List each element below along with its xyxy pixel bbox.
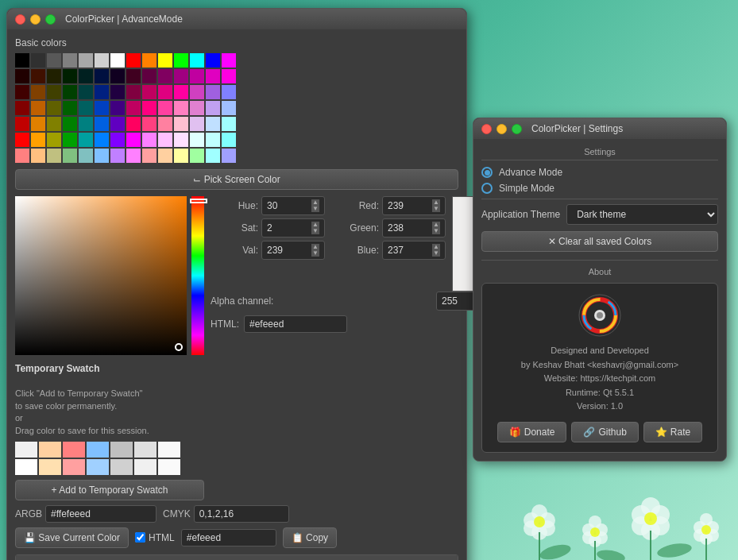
hue-spinbox[interactable]: 30 ▲ ▼ [261, 196, 325, 215]
color-swatch[interactable] [158, 101, 172, 115]
color-swatch[interactable] [190, 53, 204, 68]
color-swatch[interactable] [174, 69, 188, 83]
color-swatch[interactable] [63, 149, 77, 163]
color-swatch[interactable] [31, 133, 45, 147]
color-swatch[interactable] [190, 117, 204, 131]
red-spinbox[interactable]: 239 ▲ ▼ [382, 196, 446, 215]
color-swatch[interactable] [142, 101, 156, 115]
color-swatch[interactable] [126, 149, 141, 163]
blue-down-arrow[interactable]: ▼ [432, 250, 440, 257]
temp-swatch-cell[interactable] [158, 442, 180, 458]
blue-spinbox[interactable]: 237 ▲ ▼ [382, 241, 446, 260]
color-swatch[interactable] [79, 133, 93, 147]
hue-strip[interactable] [191, 196, 204, 355]
color-swatch[interactable] [15, 149, 29, 163]
temp-swatch-cell[interactable] [134, 442, 156, 458]
val-down-arrow[interactable]: ▼ [311, 250, 319, 257]
color-swatch[interactable] [174, 85, 188, 99]
color-swatch[interactable] [158, 149, 172, 163]
color-swatch[interactable] [126, 85, 141, 99]
color-swatch[interactable] [31, 149, 45, 163]
color-swatch[interactable] [15, 117, 29, 131]
color-swatch[interactable] [222, 69, 236, 83]
color-swatch[interactable] [174, 53, 188, 68]
save-current-color-button[interactable]: 💾 Save Current Color [15, 527, 129, 548]
minimize-button[interactable] [30, 14, 41, 25]
color-swatch[interactable] [142, 133, 156, 147]
color-swatch[interactable] [95, 85, 109, 99]
color-swatch[interactable] [190, 85, 204, 99]
color-swatch[interactable] [63, 53, 77, 68]
color-swatch[interactable] [126, 53, 141, 68]
green-spinbox[interactable]: 238 ▲ ▼ [382, 218, 446, 238]
color-swatch[interactable] [174, 133, 188, 147]
color-swatch[interactable] [110, 69, 125, 83]
color-swatch[interactable] [79, 149, 93, 163]
color-swatch[interactable] [158, 133, 172, 147]
color-swatch[interactable] [206, 149, 220, 163]
color-swatch[interactable] [142, 117, 156, 131]
color-swatch[interactable] [206, 85, 220, 99]
color-swatch[interactable] [63, 85, 77, 99]
temp-swatch-cell[interactable] [134, 459, 156, 475]
pick-screen-color-button[interactable]: ⌙ Pick Screen Color [15, 169, 458, 190]
color-swatch[interactable] [63, 69, 77, 83]
color-swatch[interactable] [47, 85, 61, 99]
color-swatch[interactable] [95, 101, 109, 115]
color-swatch[interactable] [47, 149, 61, 163]
color-swatch[interactable] [222, 53, 236, 68]
settings-maximize-button[interactable] [512, 124, 522, 134]
color-swatch[interactable] [158, 53, 172, 68]
temp-swatch-cell[interactable] [39, 459, 61, 475]
color-swatch[interactable] [142, 85, 156, 99]
color-swatch[interactable] [158, 85, 172, 99]
color-swatch[interactable] [206, 101, 220, 115]
val-spinbox[interactable]: 239 ▲ ▼ [261, 241, 325, 260]
red-down-arrow[interactable]: ▼ [432, 206, 440, 212]
color-swatch[interactable] [47, 101, 61, 115]
color-swatch[interactable] [222, 85, 236, 99]
color-swatch[interactable] [63, 101, 77, 115]
color-swatch[interactable] [158, 117, 172, 131]
sat-spinbox[interactable]: 2 ▲ ▼ [261, 218, 325, 238]
color-swatch[interactable] [110, 101, 125, 115]
color-swatch[interactable] [222, 133, 236, 147]
color-swatch[interactable] [222, 149, 236, 163]
color-swatch[interactable] [222, 101, 236, 115]
color-swatch[interactable] [206, 117, 220, 131]
argb-input[interactable] [45, 505, 156, 523]
color-swatch[interactable] [190, 101, 204, 115]
color-swatch[interactable] [31, 101, 45, 115]
color-swatch[interactable] [31, 117, 45, 131]
color-swatch[interactable] [95, 69, 109, 83]
color-swatch[interactable] [15, 101, 29, 115]
color-swatch[interactable] [174, 149, 188, 163]
rate-button[interactable]: ⭐ Rate [643, 422, 702, 442]
color-swatch[interactable] [206, 53, 220, 68]
hue-down-arrow[interactable]: ▼ [311, 206, 319, 212]
color-gradient-picker[interactable] [15, 196, 187, 355]
html-input[interactable] [244, 315, 347, 333]
color-swatch[interactable] [158, 69, 172, 83]
advance-mode-radio[interactable] [481, 167, 493, 178]
settings-minimize-button[interactable] [497, 124, 507, 134]
temp-swatch-cell[interactable] [87, 442, 109, 458]
temp-swatch-cell[interactable] [87, 459, 109, 475]
color-swatch[interactable] [15, 133, 29, 147]
color-swatch[interactable] [174, 101, 188, 115]
color-swatch[interactable] [206, 133, 220, 147]
temp-swatch-cell[interactable] [63, 459, 85, 475]
temp-swatch-cell[interactable] [110, 459, 133, 475]
color-swatch[interactable] [95, 117, 109, 131]
color-swatch[interactable] [110, 149, 125, 163]
color-swatch[interactable] [31, 85, 45, 99]
color-swatch[interactable] [15, 85, 29, 99]
temp-swatch-cell[interactable] [158, 459, 180, 475]
add-to-swatch-button[interactable]: + Add to Temporary Swatch [15, 480, 204, 500]
temp-swatch-cell[interactable] [15, 442, 37, 458]
copy-button[interactable]: 📋 Copy [283, 527, 337, 548]
color-swatch[interactable] [142, 69, 156, 83]
color-swatch[interactable] [63, 133, 77, 147]
color-swatch[interactable] [110, 85, 125, 99]
color-swatch[interactable] [79, 117, 93, 131]
